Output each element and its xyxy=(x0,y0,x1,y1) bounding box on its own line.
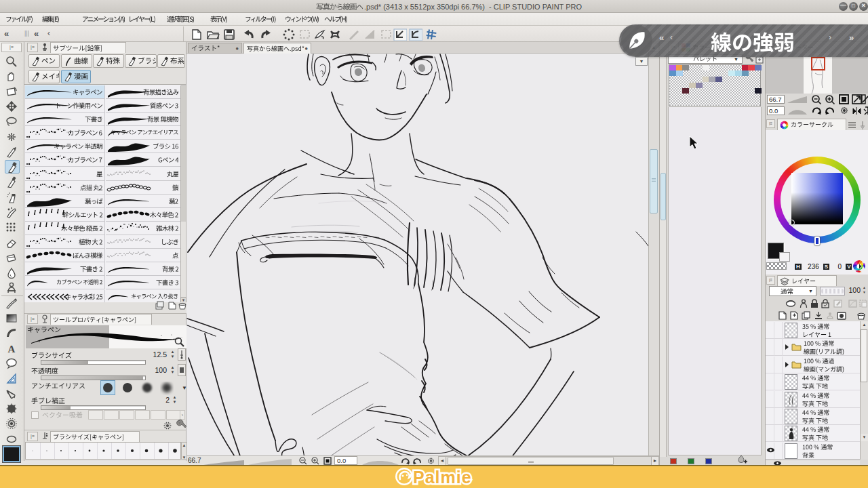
svg-text:A: A xyxy=(8,344,16,354)
svg-text:Palmie: Palmie xyxy=(413,468,472,487)
